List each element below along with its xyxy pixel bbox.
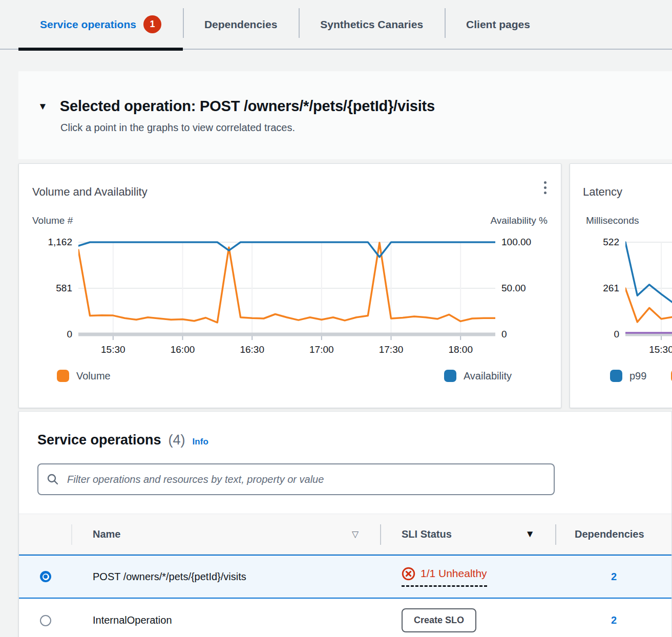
operation-name: InternalOperation xyxy=(72,614,381,626)
selection-column-header xyxy=(19,514,72,554)
left-axis-label: Volume # xyxy=(32,215,73,226)
legend-item-availability[interactable]: Availability xyxy=(444,370,512,382)
info-link[interactable]: Info xyxy=(193,437,208,447)
table-count: (4) xyxy=(169,432,185,448)
row-radio-unselected[interactable] xyxy=(40,615,51,626)
operation-name: POST /owners/*/pets/{petId}/visits xyxy=(72,571,381,583)
volume-swatch-icon xyxy=(57,370,69,382)
filter-field-wrap xyxy=(37,463,555,495)
selected-operation-title: Selected operation: POST /owners/*/pets/… xyxy=(60,98,435,115)
p99-swatch-icon xyxy=(610,370,622,382)
availability-swatch-icon xyxy=(444,370,456,382)
sort-icon-filled[interactable]: ▼ xyxy=(525,528,535,540)
chart-title: Volume and Availability xyxy=(32,185,548,199)
kebab-menu-icon[interactable] xyxy=(542,179,549,196)
dependencies-link[interactable]: 2 xyxy=(611,614,617,626)
error-circle-x-icon xyxy=(402,567,415,581)
latency-card: Latency Milliseconds 522 261 0 15:30 p99 xyxy=(570,163,672,408)
chart-legend: Volume Availability xyxy=(32,370,548,382)
legend-item-volume[interactable]: Volume xyxy=(57,370,111,382)
selected-operation-subtitle: Click a point in the graphs to view corr… xyxy=(60,122,652,134)
y-axis-ticks-left: 522 261 0 xyxy=(578,240,619,340)
service-operations-table-card: Service operations (4) Info Name ▽ SLI S… xyxy=(18,411,672,637)
y-axis-ticks-left: 1,162 581 0 xyxy=(32,240,72,340)
tab-label: Client pages xyxy=(466,18,530,31)
tab-label: Dependencies xyxy=(204,18,277,31)
chart-legend: p99 xyxy=(578,370,672,382)
column-header-dependencies[interactable]: Dependencies xyxy=(556,514,671,554)
legend-item-p99[interactable]: p99 xyxy=(610,370,646,382)
alert-count-badge: 1 xyxy=(143,15,161,33)
left-axis-label: Milliseconds xyxy=(586,215,639,226)
x-axis-ticks: 15:30 16:00 16:30 17:00 17:30 18:00 xyxy=(78,344,495,358)
sli-status-unhealthy[interactable]: 1/1 Unhealthy xyxy=(402,567,487,587)
tab-label: Synthetics Canaries xyxy=(320,18,423,31)
table-row-internal-operation[interactable]: InternalOperation Create SLO 2 xyxy=(19,599,671,637)
table-title: Service operations xyxy=(37,432,161,448)
table-header-row: Name ▽ SLI Status ▼ Dependencies xyxy=(19,514,671,555)
column-header-name[interactable]: Name ▽ xyxy=(72,514,381,554)
row-radio-selected[interactable] xyxy=(40,571,51,582)
right-axis-label: Availability % xyxy=(490,215,548,226)
volume-availability-plot[interactable]: 15:30 16:00 16:30 17:00 17:30 18:00 xyxy=(78,240,495,358)
sort-icon-outline[interactable]: ▽ xyxy=(352,529,359,540)
tab-dependencies[interactable]: Dependencies xyxy=(183,0,299,49)
tab-synthetics-canaries[interactable]: Synthetics Canaries xyxy=(299,0,445,49)
table-row-post-owners-pets-visits[interactable]: POST /owners/*/pets/{petId}/visits 1/1 U… xyxy=(19,555,671,599)
tab-label: Service operations xyxy=(40,18,136,31)
dependencies-link[interactable]: 2 xyxy=(611,571,617,582)
y-axis-ticks-right: 100.00 50.00 0 xyxy=(501,240,549,340)
tab-client-pages[interactable]: Client pages xyxy=(445,0,552,49)
x-axis-ticks: 15:30 xyxy=(625,344,672,358)
chart-title: Latency xyxy=(583,185,672,199)
volume-availability-card: Volume and Availability Volume # Availab… xyxy=(18,163,561,408)
column-header-sli-status[interactable]: SLI Status ▼ xyxy=(381,514,556,554)
create-slo-button[interactable]: Create SLO xyxy=(402,608,476,632)
tab-bar: Service operations 1 Dependencies Synthe… xyxy=(0,0,672,50)
filter-operations-input[interactable] xyxy=(37,463,555,495)
search-icon xyxy=(47,473,59,485)
tab-service-operations[interactable]: Service operations 1 xyxy=(18,0,183,49)
collapse-caret-icon[interactable]: ▼ xyxy=(38,101,48,111)
latency-plot[interactable]: 15:30 xyxy=(625,240,672,358)
selected-operation-section: ▼ Selected operation: POST /owners/*/pet… xyxy=(18,71,672,159)
charts-row: Volume and Availability Volume # Availab… xyxy=(18,163,672,408)
